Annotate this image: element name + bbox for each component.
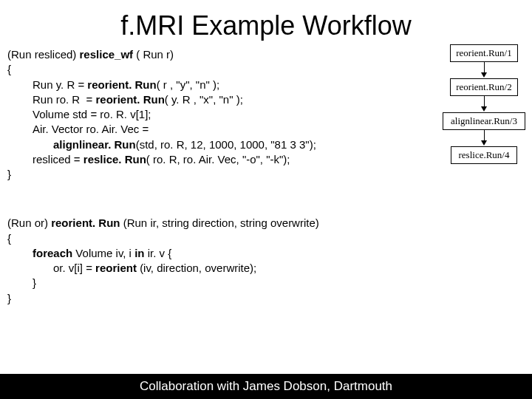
- brace2-close: }: [7, 292, 11, 304]
- c1l1b: reorient. Run: [87, 78, 156, 91]
- c1l2b: reorient. Run: [95, 93, 164, 106]
- c1l5a: alignlinear. Run: [53, 138, 136, 151]
- c1l6c: ( ro. R, ro. Air. Vec, "-o", "-k");: [146, 153, 290, 166]
- c2l2b: reorient: [95, 262, 140, 274]
- sig2-post: (Run ir, string direction, string overwr…: [123, 216, 319, 229]
- c2l2a: or. v[i] =: [53, 262, 95, 274]
- c2l1c: in: [134, 247, 148, 259]
- sig-name: reslice_wf: [80, 48, 134, 61]
- diagram-node-3: alignlinear.Run/3: [443, 112, 525, 130]
- c2l1d: ir. v {: [148, 247, 172, 259]
- sig-post: ( Run r): [133, 48, 174, 61]
- brace2-open: {: [7, 232, 11, 245]
- c2l1a: foreach: [33, 247, 75, 259]
- c1l2a: Run ro. R =: [33, 93, 95, 106]
- arrow-icon: [440, 62, 528, 78]
- c2l1b: Volume iv, i: [75, 247, 134, 259]
- sig-pre: (Run resliced): [7, 48, 80, 61]
- c1l1c: ( r , "y", "n" );: [157, 78, 219, 91]
- diagram-node-1: reorient.Run/1: [450, 44, 518, 62]
- c1l2c: ( y. R , "x", "n" );: [165, 93, 243, 106]
- arrow-icon: [440, 96, 528, 112]
- arrow-icon: [440, 130, 528, 146]
- c1l3: Volume std = ro. R. v[1];: [7, 107, 151, 122]
- sig2-name: reorient. Run: [51, 216, 123, 229]
- brace-close: }: [7, 168, 11, 180]
- c1l6a: resliced =: [33, 153, 83, 166]
- c1l1a: Run y. R =: [33, 78, 87, 91]
- c1l5b: (std, ro. R, 12, 1000, 1000, "81 3 3");: [136, 138, 316, 151]
- c1l4: Air. Vector ro. Air. Vec =: [7, 122, 149, 137]
- footer-credit: Collaboration with James Dobson, Dartmou…: [0, 374, 532, 399]
- diagram-node-4: reslice.Run/4: [451, 146, 517, 164]
- slide-title: f.MRI Example Workflow: [0, 0, 532, 47]
- workflow-diagram: reorient.Run/1 reorient.Run/2 alignlinea…: [440, 44, 528, 164]
- sig2-pre: (Run or): [7, 216, 51, 229]
- brace-open: {: [7, 63, 11, 75]
- c2l3: }: [7, 276, 36, 290]
- c2l2c: (iv, direction, overwrite);: [140, 262, 256, 274]
- c1l6b: reslice. Run: [83, 153, 146, 166]
- code-block-2: (Run or) reorient. Run (Run ir, string d…: [7, 216, 526, 306]
- diagram-node-2: reorient.Run/2: [450, 78, 518, 96]
